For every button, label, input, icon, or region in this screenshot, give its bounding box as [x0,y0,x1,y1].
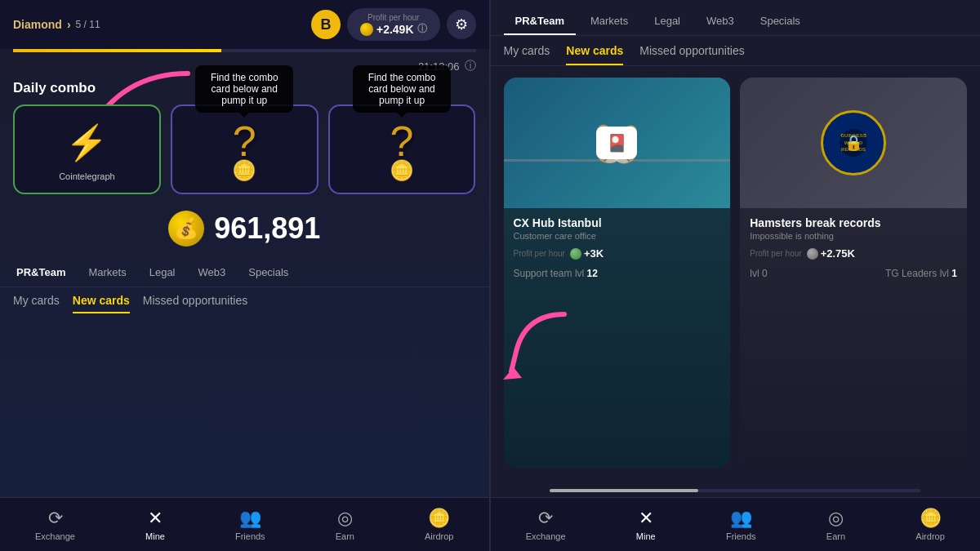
left-nav-mine[interactable]: ✕ Mine [136,504,175,544]
combo-card-unknown-1[interactable]: Find the combo card below and pump it up… [171,104,318,194]
right-nav-friends[interactable]: 👥 Friends [716,504,766,544]
left-cat-tab-web3[interactable]: Web3 [189,260,236,287]
right-airdrop-label: Airdrop [915,531,944,541]
right-exchange-label: Exchange [526,531,566,541]
cx-hub-title: CX Hub Istanbul [514,216,721,229]
balance-coin-icon: 💰 [168,211,204,247]
cx-hub-profit-value: +3K [570,247,604,260]
hamsters-records-level-row: lvl 0 TG Leaders lvl 1 [750,268,957,279]
profit-value: +2.49K ⓘ [360,22,427,36]
info-icon[interactable]: ⓘ [417,22,427,36]
left-tab-missed[interactable]: Missed opportunities [143,294,247,313]
exchange-label: Exchange [35,531,75,541]
mine-icon: ✕ [148,508,163,529]
hamsters-records-title: Hamsters break records [750,216,957,229]
right-bottom-nav: ⟳ Exchange ✕ Mine 👥 Friends ◎ Earn 🪙 Air… [491,497,981,551]
left-nav-friends[interactable]: 👥 Friends [225,504,275,544]
cointelegraph-label: Cointelegraph [59,171,115,181]
left-cat-tab-markets[interactable]: Markets [78,260,136,287]
hamsters-records-subtitle: Impossible is nothing [750,231,957,241]
combo-card-cointelegraph[interactable]: ⚡ Cointelegraph [13,104,161,194]
right-airdrop-icon: 🪙 [920,508,942,529]
right-friends-icon: 👥 [730,508,752,529]
cx-hub-level-label: Support team lvl 12 [514,268,598,279]
right-tab-mycards[interactable]: My cards [504,44,550,65]
right-panel: PR&Team Markets Legal Web3 Specials My c… [491,0,981,551]
left-cat-tab-specials[interactable]: Specials [238,260,298,287]
left-category-tabs: PR&Team Markets Legal Web3 Specials [0,260,489,287]
earn-label: Earn [336,531,354,541]
cointelegraph-icon: ⚡ [65,122,108,162]
combo-tooltip-1: Find the combo card below and pump it up [195,65,293,113]
scrollbar-thumb[interactable] [550,489,698,492]
left-tab-mycards[interactable]: My cards [13,294,60,313]
combo-tooltip-2: Find the combo card below and pump it up [353,65,451,113]
left-cat-tab-legal[interactable]: Legal [140,260,185,287]
hamsters-records-image-area: GUINNESSWORLDRECORDS 🔒 [740,78,967,208]
cx-hub-info: CX Hub Istanbul Customer care office Pro… [504,208,731,287]
mine-label: Mine [145,531,165,541]
hamsters-records-profit-row: Profit per hour +2.75K [750,247,957,260]
upgrade-card-cx-hub[interactable]: 🎴 🐹 CX Hub Istanbul Customer care office… [504,78,731,468]
upgrade-card-hamsters-records[interactable]: GUINNESSWORLDRECORDS 🔒 Hamsters break re… [740,78,967,468]
right-cat-tab-prteam[interactable]: PR&Team [504,8,576,35]
timer-info-icon[interactable]: ⓘ [465,59,476,73]
right-tab-missed[interactable]: Missed opportunities [639,44,744,65]
combo-cards-row: ⚡ Cointelegraph Find the combo card belo… [0,104,489,194]
hamsters-records-level: TG Leaders lvl 1 [885,268,957,279]
right-nav-earn[interactable]: ◎ Earn [817,504,855,544]
right-cat-tab-web3[interactable]: Web3 [695,8,746,35]
rank-arrow: › [67,18,71,31]
right-earn-label: Earn [826,531,845,541]
cards-grid: 🎴 🐹 CX Hub Istanbul Customer care office… [491,66,981,479]
hamsters-records-info: Hamsters break records Impossible is not… [740,208,967,287]
right-tab-newcards[interactable]: New cards [566,44,623,65]
question-mark-icon-1: ? [233,117,256,166]
support-team-area [491,479,981,486]
airdrop-icon: 🪙 [428,508,450,529]
right-cat-tab-markets[interactable]: Markets [579,8,639,35]
left-panel: Diamond › 5 / 11 B Profit per hour +2.49… [0,0,490,551]
left-nav-exchange[interactable]: ⟳ Exchange [25,504,85,544]
right-cat-tab-legal[interactable]: Legal [643,8,692,35]
right-mine-label: Mine [636,531,656,541]
scrollbar-area [491,486,981,497]
exchange-icon: ⟳ [48,508,63,529]
balance-display: 961,891 [214,211,320,246]
question-mark-icon-2: ? [390,117,414,166]
coin-pile-icon-2: 🪙 [390,159,414,182]
airdrop-label: Airdrop [425,531,453,541]
hamsters-records-coin-icon [807,248,818,260]
cx-hub-subtitle: Customer care office [514,231,721,241]
balance-row: 💰 961,891 [0,194,489,260]
left-cat-tab-prteam[interactable]: PR&Team [7,260,75,287]
unknown-card-1-image: ? 🪙 [220,125,269,174]
right-earn-icon: ◎ [828,508,844,529]
right-mine-icon: ✕ [639,508,653,529]
friends-icon: 👥 [239,508,261,529]
header-bar: Diamond › 5 / 11 B Profit per hour +2.49… [0,0,489,49]
right-cat-tab-specials[interactable]: Specials [749,8,812,35]
cointelegraph-image: ⚡ [62,118,111,167]
combo-card-unknown-2[interactable]: Find the combo card below and pump it up… [328,104,476,194]
left-bottom-nav: ⟳ Exchange ✕ Mine 👥 Friends ◎ Earn 🪙 Air… [0,497,489,551]
right-nav-mine[interactable]: ✕ Mine [626,504,666,544]
settings-button[interactable]: ⚙ [447,10,476,39]
cx-hub-image: 🎴 🐹 [504,78,731,208]
right-nav-airdrop[interactable]: 🪙 Airdrop [906,504,954,544]
hamsters-records-profit-value: +2.75K [807,247,855,260]
left-nav-earn[interactable]: ◎ Earn [326,504,364,544]
earn-icon: ◎ [337,508,353,529]
diamond-badge: Diamond › 5 / 11 [13,18,100,31]
coin-pile-icon-1: 🪙 [232,159,256,182]
profit-pill: Profit per hour +2.49K ⓘ [347,8,440,41]
unknown-card-2-image: ? 🪙 [377,125,426,174]
left-nav-airdrop[interactable]: 🪙 Airdrop [415,504,463,544]
hamsters-records-image: GUINNESSWORLDRECORDS 🔒 [740,78,967,208]
left-tab-newcards[interactable]: New cards [73,294,130,313]
right-exchange-icon: ⟳ [538,508,553,529]
svg-marker-1 [503,367,522,380]
pink-arrow-right [499,306,630,388]
right-nav-exchange[interactable]: ⟳ Exchange [516,504,576,544]
profit-amount: +2.49K [376,23,414,36]
